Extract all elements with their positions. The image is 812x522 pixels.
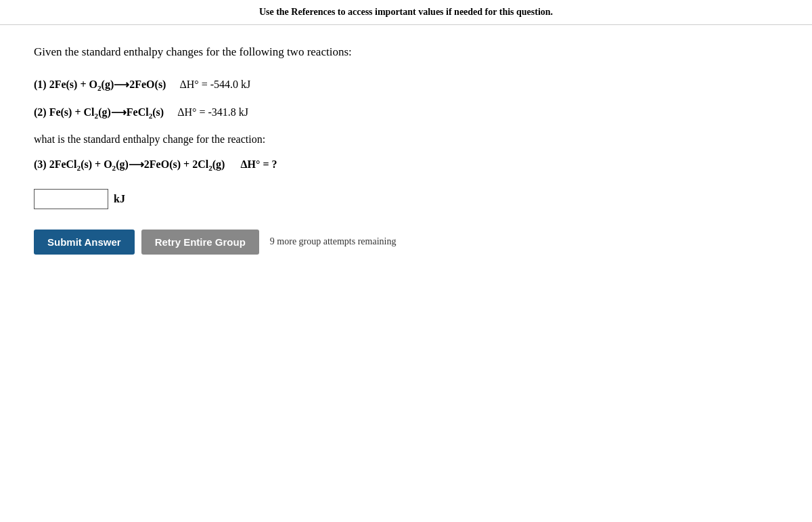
- reaction-2: (2) Fe(s) + Cl2(g)⟶FeCl2(s) ΔH° = -341.8…: [34, 106, 575, 120]
- reaction-2-delta: ΔH° = -341.8 kJ: [177, 106, 248, 118]
- reaction-1-label: (1) 2Fe(s) + O2(g)⟶2FeO(s): [34, 78, 166, 92]
- top-bar-text: Use the References to access important v…: [259, 7, 553, 17]
- answer-input[interactable]: [34, 189, 108, 209]
- top-bar: Use the References to access important v…: [0, 0, 812, 25]
- retry-button[interactable]: Retry Entire Group: [141, 230, 259, 255]
- reaction-2-label: (2) Fe(s) + Cl2(g)⟶FeCl2(s): [34, 106, 164, 120]
- reaction-1: (1) 2Fe(s) + O2(g)⟶2FeO(s) ΔH° = -544.0 …: [34, 78, 575, 92]
- question-intro: what is the standard enthalpy change for…: [34, 133, 575, 146]
- unit-label: kJ: [114, 193, 125, 205]
- submit-button[interactable]: Submit Answer: [34, 230, 135, 255]
- reaction-3: (3) 2FeCl2(s) + O2(g)⟶2FeO(s) + 2Cl2(g) …: [34, 158, 575, 172]
- intro-text: Given the standard enthalpy changes for …: [34, 45, 575, 59]
- answer-row: kJ: [34, 189, 575, 209]
- reaction-3-delta: ΔH° = ?: [238, 158, 277, 171]
- attempts-text: 9 more group attempts remaining: [270, 236, 397, 247]
- reaction-1-delta: ΔH° = -544.0 kJ: [179, 79, 250, 91]
- main-content: Given the standard enthalpy changes for …: [0, 25, 609, 275]
- button-row: Submit Answer Retry Entire Group 9 more …: [34, 230, 575, 255]
- reaction-3-equation: (3) 2FeCl2(s) + O2(g)⟶2FeO(s) + 2Cl2(g): [34, 158, 225, 172]
